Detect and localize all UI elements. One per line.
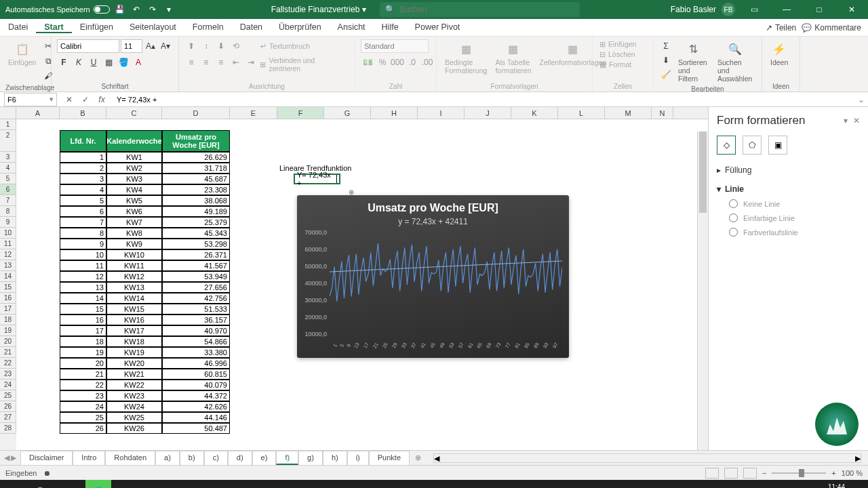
user-avatar[interactable]: FB xyxy=(722,3,735,16)
tab-daten[interactable]: Daten xyxy=(232,22,271,32)
sheet-tab[interactable]: Rohdaten xyxy=(105,451,155,465)
decrease-font-icon[interactable]: A▾ xyxy=(159,39,172,53)
tab-start[interactable]: Start xyxy=(36,22,71,33)
row-header-19[interactable]: 19 xyxy=(0,325,16,336)
pane-section-fill[interactable]: ▸ Füllung xyxy=(717,163,860,178)
pane-tab-effects-icon[interactable]: ⬠ xyxy=(743,136,762,155)
radio-gradient-line[interactable]: Farbverlaufslinie xyxy=(717,225,860,239)
horizontal-scrollbar[interactable]: ◀▶ xyxy=(433,453,861,463)
row-header-23[interactable]: 23 xyxy=(0,369,16,380)
row-header-14[interactable]: 14 xyxy=(0,271,16,282)
tab-formeln[interactable]: Formeln xyxy=(184,22,232,32)
row-header-24[interactable]: 24 xyxy=(0,380,16,390)
notifications-icon[interactable]: 💬 xyxy=(852,485,864,488)
comments-button[interactable]: 💬 Kommentare xyxy=(802,23,861,33)
font-color-icon[interactable]: A xyxy=(132,56,145,69)
tab-seitenlayout[interactable]: Seitenlayout xyxy=(121,22,184,32)
close-icon[interactable]: ✕ xyxy=(838,0,865,19)
view-page-icon[interactable] xyxy=(724,468,738,479)
row-header-20[interactable]: 20 xyxy=(0,336,16,347)
col-header-G[interactable]: G xyxy=(324,107,371,119)
col-header-F[interactable]: F xyxy=(277,107,324,119)
fx-icon[interactable]: fx xyxy=(95,93,108,106)
row-header-6[interactable]: 6 xyxy=(0,184,16,195)
row-header-7[interactable]: 7 xyxy=(0,195,16,206)
spreadsheet[interactable]: ABCDEFGHIJKLMN 1234567891011121314151617… xyxy=(0,107,708,450)
expand-formula-icon[interactable]: ⌄ xyxy=(854,95,868,104)
pane-options-icon[interactable]: ▾ xyxy=(844,116,848,125)
pane-close-icon[interactable]: ✕ xyxy=(853,116,860,125)
font-name-input[interactable] xyxy=(57,39,119,53)
view-break-icon[interactable] xyxy=(743,468,757,479)
app-excel-icon[interactable]: X xyxy=(142,480,168,488)
app-obs-icon[interactable]: ⏺ xyxy=(114,480,140,488)
col-header-I[interactable]: I xyxy=(418,107,465,119)
search-input[interactable]: 🔍 xyxy=(380,2,580,17)
sheet-tab[interactable]: a) xyxy=(155,451,180,465)
decimal-dec-icon[interactable]: .00 xyxy=(420,56,434,69)
search-taskbar-icon[interactable]: 🔍 xyxy=(28,480,54,488)
number-format-select[interactable] xyxy=(361,39,429,53)
thousands-icon[interactable]: 000 xyxy=(391,56,404,69)
sheet-tab[interactable]: b) xyxy=(180,451,204,465)
tab-hilfe[interactable]: Hilfe xyxy=(374,22,407,32)
app-chrome-icon[interactable]: 🌐 xyxy=(85,480,111,488)
paste-button[interactable]: 📋Einfügen xyxy=(5,39,39,68)
app-word-icon[interactable]: W xyxy=(171,480,197,488)
col-header-K[interactable]: K xyxy=(511,107,558,119)
row-header-15[interactable]: 15 xyxy=(0,282,16,293)
row-header-5[interactable]: 5 xyxy=(0,174,16,184)
row-header-27[interactable]: 27 xyxy=(0,412,16,423)
save-icon[interactable]: 💾 xyxy=(114,3,126,16)
tab-einfügen[interactable]: Einfügen xyxy=(72,22,121,32)
add-sheet-icon[interactable]: ⊕ xyxy=(410,453,427,462)
row-header-10[interactable]: 10 xyxy=(0,228,16,239)
sheet-tab[interactable]: Disclaimer xyxy=(20,451,73,465)
col-header-E[interactable]: E xyxy=(230,107,277,119)
tab-power pivot[interactable]: Power Pivot xyxy=(407,22,469,32)
row-header-26[interactable]: 26 xyxy=(0,401,16,412)
undo-icon[interactable]: ↶ xyxy=(130,3,142,16)
tray-wifi-icon[interactable]: 📶 xyxy=(777,485,789,488)
row-header-21[interactable]: 21 xyxy=(0,347,16,358)
accept-formula-icon[interactable]: ✓ xyxy=(79,93,92,106)
tab-datei[interactable]: Datei xyxy=(0,22,36,32)
tray-battery-icon[interactable]: 🔋 xyxy=(762,485,774,488)
pane-section-line[interactable]: ▾ Linie xyxy=(717,182,860,197)
conditional-format-button[interactable]: ▦Bedingte Formatierung xyxy=(442,39,490,76)
indent-left-icon[interactable]: ⇤ xyxy=(229,56,243,69)
decimal-inc-icon[interactable]: .0 xyxy=(406,56,419,69)
sheet-tab[interactable]: c) xyxy=(204,451,228,465)
col-header-N[interactable]: N xyxy=(652,107,673,119)
document-title[interactable]: Fallstudie Finanzvertrieb ▾ xyxy=(271,5,366,14)
row-header-3[interactable]: 3 xyxy=(0,152,16,163)
zoom-in-icon[interactable]: + xyxy=(831,469,835,477)
find-select-button[interactable]: 🔍Suchen und Auswählen xyxy=(715,39,756,84)
percent-icon[interactable]: % xyxy=(376,56,389,69)
taskview-icon[interactable]: ⧉ xyxy=(57,480,83,488)
col-header-C[interactable]: C xyxy=(106,107,162,119)
maximize-icon[interactable]: □ xyxy=(806,0,833,19)
view-normal-icon[interactable] xyxy=(705,468,719,479)
tray-bluetooth-icon[interactable]: ᛒ xyxy=(747,485,760,488)
cancel-formula-icon[interactable]: ✕ xyxy=(62,93,76,106)
formula-input[interactable] xyxy=(114,96,854,104)
tray-volume-icon[interactable]: 🔊 xyxy=(792,485,804,488)
underline-icon[interactable]: U xyxy=(87,56,100,69)
align-right-icon[interactable]: ≡ xyxy=(214,56,228,69)
vertical-scrollbar[interactable] xyxy=(697,131,708,450)
col-header-B[interactable]: B xyxy=(60,107,106,119)
tab-überprüfen[interactable]: Überprüfen xyxy=(271,22,330,32)
font-size-input[interactable] xyxy=(121,39,142,53)
sheet-tab[interactable]: i) xyxy=(347,451,369,465)
sheet-tab[interactable]: g) xyxy=(298,451,323,465)
sheet-tab[interactable]: e) xyxy=(252,451,277,465)
row-header-16[interactable]: 16 xyxy=(0,293,16,304)
tray-up-icon[interactable]: ˄ xyxy=(717,485,730,488)
insert-cells-button[interactable]: ⊞Einfügen xyxy=(598,39,637,49)
ribbon-mode-icon[interactable]: ▭ xyxy=(741,0,768,19)
tray-onedrive-icon[interactable]: ☁ xyxy=(732,485,745,488)
align-top-icon[interactable]: ⬆ xyxy=(184,39,198,53)
row-header-8[interactable]: 8 xyxy=(0,206,16,217)
col-header-L[interactable]: L xyxy=(558,107,605,119)
